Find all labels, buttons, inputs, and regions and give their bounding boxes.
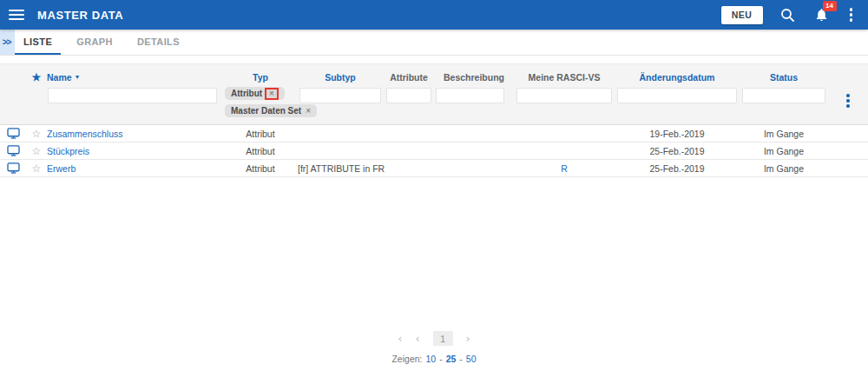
table-row: ☆ Stückpreis Attribut 25-Feb.-2019 Im Ga…	[0, 142, 868, 160]
cell-subtyp: [fr] ATTRIBUTE in FR	[297, 163, 384, 174]
column-header-beschreibung: Beschreibung	[434, 72, 514, 83]
app-bar: MASTER DATA NEU 14	[0, 0, 868, 30]
display-icon[interactable]	[0, 128, 26, 139]
typ-filter-chips: Attribut × Master Daten Set ×	[224, 87, 297, 117]
filter-input-name[interactable]	[48, 88, 217, 103]
page-size-option-10[interactable]: 10	[425, 354, 436, 364]
cell-aenderungsdatum: 19-Feb.-2019	[615, 129, 740, 139]
page-size-option-50[interactable]: 50	[466, 354, 477, 364]
column-header-aenderungsdatum[interactable]: Änderungsdatum	[615, 72, 740, 83]
display-icon[interactable]	[0, 162, 26, 174]
cell-typ: Attribut	[224, 129, 297, 139]
row-name-link[interactable]: Erwerb	[47, 163, 76, 174]
cell-status: Im Gange	[740, 163, 828, 174]
favorite-star-icon[interactable]: ☆	[32, 145, 42, 157]
filter-chip-attribut[interactable]: Attribut ×	[225, 87, 285, 100]
column-header-typ[interactable]: Typ	[224, 72, 297, 83]
table-options-menu-icon[interactable]	[828, 94, 868, 108]
search-icon[interactable]	[780, 8, 795, 23]
first-page-icon[interactable]: ‹	[398, 333, 402, 344]
tab-bar: >> LISTE GRAPH DETAILS	[0, 30, 868, 56]
cell-aenderungsdatum: 25-Feb.-2019	[615, 146, 740, 156]
next-page-icon[interactable]: ›	[466, 333, 470, 344]
pagination: ‹ ‹ 1 ›	[0, 331, 868, 346]
cell-typ: Attribut	[224, 163, 297, 174]
page-size-label: Zeigen:	[391, 354, 422, 364]
table-row: ☆ Zusammenschluss Attribut 19-Feb.-2019 …	[0, 125, 868, 142]
previous-page-icon[interactable]: ‹	[415, 333, 419, 344]
page-size-selector: Zeigen: 10 - 25 - 50	[0, 354, 868, 364]
filter-input-meine-rasci-vs[interactable]	[516, 88, 612, 103]
separator: -	[439, 354, 443, 364]
favorite-star-icon[interactable]: ☆	[32, 128, 42, 140]
cell-typ: Attribut	[224, 146, 297, 156]
favorite-column-star-icon[interactable]: ★	[32, 71, 42, 83]
tab-liste[interactable]: LISTE	[15, 30, 61, 55]
display-icon[interactable]	[0, 145, 26, 156]
filter-input-attribute[interactable]	[386, 88, 431, 103]
cell-aenderungsdatum: 25-Feb.-2019	[615, 163, 740, 174]
filter-input-status[interactable]	[742, 88, 825, 103]
tab-graph[interactable]: GRAPH	[68, 30, 122, 55]
overflow-menu-icon[interactable]	[850, 8, 853, 22]
filter-input-subtyp[interactable]	[299, 88, 381, 103]
table-body: ☆ Zusammenschluss Attribut 19-Feb.-2019 …	[0, 125, 868, 364]
sort-desc-icon: ▼	[75, 74, 81, 80]
expand-panel-chevrons-icon[interactable]: >>	[0, 30, 15, 55]
notification-badge: 14	[823, 1, 837, 11]
page-size-option-25[interactable]: 25	[446, 354, 457, 364]
column-header-status[interactable]: Status	[740, 72, 828, 83]
cell-status: Im Gange	[740, 129, 828, 139]
column-header-attribute: Attribute	[384, 72, 434, 83]
separator: -	[459, 354, 463, 364]
favorite-star-icon[interactable]: ☆	[32, 162, 42, 175]
column-header-name[interactable]: Name	[47, 72, 72, 83]
table-row: ☆ Erwerb Attribut [fr] ATTRIBUTE in FR R…	[0, 160, 868, 177]
cell-meine-rasci-vs[interactable]: R	[561, 163, 568, 174]
neu-button[interactable]: NEU	[721, 6, 763, 24]
row-name-link[interactable]: Stückpreis	[47, 146, 89, 156]
hamburger-menu-icon[interactable]	[9, 10, 24, 20]
filter-chip-master-daten-set[interactable]: Master Daten Set ×	[225, 104, 317, 117]
row-name-link[interactable]: Zusammenschluss	[47, 129, 123, 139]
filter-input-beschreibung[interactable]	[436, 88, 504, 103]
current-page-indicator[interactable]: 1	[433, 331, 453, 346]
chip-remove-icon[interactable]: ×	[306, 106, 311, 116]
cell-status: Im Gange	[740, 146, 828, 156]
tab-details[interactable]: DETAILS	[128, 30, 188, 55]
chip-remove-icon[interactable]: ×	[269, 89, 274, 98]
filter-input-aenderungsdatum[interactable]	[617, 88, 737, 103]
annotation-highlight-box: ×	[265, 88, 279, 100]
column-header-subtyp[interactable]: Subtyp	[297, 72, 384, 83]
page-title: MASTER DATA	[37, 9, 123, 22]
table-header-band: ★ Name▼ Typ Subtyp Attribute Beschreibun…	[0, 63, 868, 125]
notifications-bell-icon[interactable]: 14	[814, 7, 829, 23]
column-header-meine-rasci-vs: Meine RASCI-VS	[514, 72, 615, 83]
